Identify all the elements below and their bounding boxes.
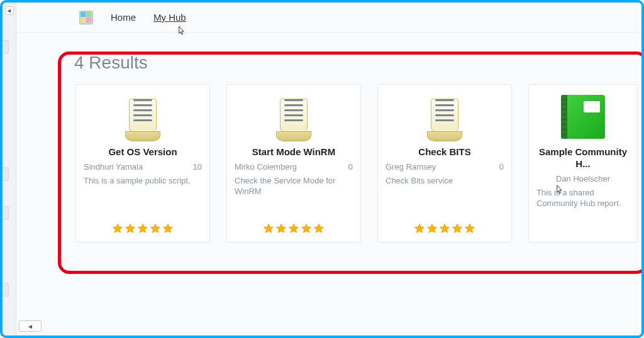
star-icon (125, 223, 136, 234)
rail-stub (3, 283, 9, 297)
star-icon (150, 223, 161, 234)
star-icon (313, 223, 325, 234)
card-author: Greg Ramsey (386, 162, 436, 172)
report-icon (559, 91, 607, 143)
star-icon (439, 223, 450, 234)
star-icon (162, 223, 174, 234)
star-icon (301, 223, 312, 234)
rating-stars (227, 223, 360, 234)
script-icon (119, 91, 167, 143)
star-icon (452, 223, 463, 234)
nav-my-hub[interactable]: My Hub (153, 12, 186, 23)
card-description: Check Bits service (384, 175, 505, 187)
star-icon (426, 223, 438, 234)
star-icon (137, 223, 148, 234)
card-description: This is a shared Community Hub report. (535, 187, 631, 209)
card-title: Sample Community H... (535, 146, 631, 170)
nav-home[interactable]: Home (111, 12, 136, 23)
card-description: This is a sample public script. (82, 175, 203, 187)
results-cards: Get OS Version Sindhuri Yamala 10 This i… (60, 84, 641, 243)
content-area: 4 Results Get OS Version Sindhuri Yamala… (16, 33, 641, 335)
result-card[interactable]: Start Mode WinRM Mirko Colemberg 0 Check… (226, 84, 361, 243)
topbar: Home My Hub (16, 3, 641, 33)
card-title: Start Mode WinRM (252, 146, 335, 158)
result-card[interactable]: Sample Community H... Dan Hoelscher This… (528, 84, 638, 243)
star-icon (464, 223, 475, 234)
result-card[interactable]: Get OS Version Sindhuri Yamala 10 This i… (75, 84, 210, 243)
rating-stars (76, 223, 209, 234)
card-count: 10 (193, 162, 202, 172)
card-author: Dan Hoelscher (556, 174, 610, 183)
collapse-left-icon[interactable]: ◄ (5, 6, 14, 15)
app-tiles-icon[interactable] (79, 11, 93, 25)
star-icon (414, 223, 425, 234)
script-icon (421, 91, 469, 143)
left-rail: ◄ (3, 3, 16, 335)
card-count: 0 (499, 162, 504, 172)
result-card[interactable]: Check BITS Greg Ramsey 0 Check Bits serv… (377, 84, 512, 243)
results-header: 4 Results (74, 53, 641, 73)
card-author: Mirko Colemberg (235, 162, 297, 172)
star-icon (263, 223, 274, 234)
card-title: Check BITS (418, 146, 470, 158)
rail-stub (3, 40, 9, 54)
rating-stars (378, 223, 511, 234)
card-author: Sindhuri Yamala (84, 162, 143, 172)
star-icon (112, 223, 123, 234)
script-icon (270, 91, 318, 143)
rail-stub (3, 206, 9, 220)
card-description: Check the Service Mode for WinRM (233, 175, 354, 197)
scroll-left-button[interactable]: ◄ (19, 320, 42, 332)
star-icon (288, 223, 299, 234)
card-title: Get OS Version (108, 146, 177, 158)
star-icon (275, 223, 287, 234)
card-count: 0 (348, 162, 353, 172)
rail-stub (3, 167, 9, 181)
